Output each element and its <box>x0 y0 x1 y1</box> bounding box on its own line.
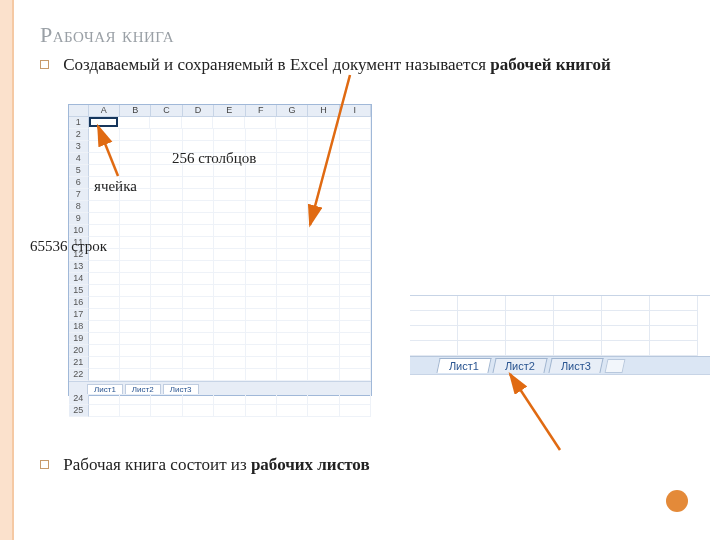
cell[interactable] <box>340 369 371 381</box>
row-header[interactable]: 9 <box>69 213 89 225</box>
cell[interactable] <box>89 297 120 309</box>
cell[interactable] <box>89 357 120 369</box>
cell[interactable] <box>89 345 120 357</box>
cell[interactable] <box>151 249 182 261</box>
cell[interactable] <box>340 273 371 285</box>
cell[interactable] <box>183 201 214 213</box>
col-header[interactable]: D <box>183 105 214 117</box>
select-all-corner[interactable] <box>69 105 89 117</box>
cell[interactable] <box>340 333 371 345</box>
cell[interactable] <box>277 129 308 141</box>
cell[interactable] <box>183 177 214 189</box>
cell[interactable] <box>308 321 339 333</box>
cell[interactable] <box>214 333 245 345</box>
sheet-tab[interactable]: Лист1 <box>87 384 123 394</box>
cell[interactable] <box>151 225 182 237</box>
cell[interactable] <box>340 129 371 141</box>
col-header[interactable]: G <box>277 105 308 117</box>
cell[interactable] <box>277 321 308 333</box>
cell[interactable] <box>308 249 339 261</box>
cell[interactable] <box>151 129 182 141</box>
row-header[interactable]: 18 <box>69 321 89 333</box>
col-header[interactable]: C <box>151 105 182 117</box>
cell[interactable] <box>308 285 339 297</box>
cell[interactable] <box>120 345 151 357</box>
cell[interactable] <box>120 357 151 369</box>
cell[interactable] <box>246 297 277 309</box>
row-header[interactable]: 15 <box>69 285 89 297</box>
cell[interactable] <box>183 129 214 141</box>
cell[interactable] <box>340 237 371 249</box>
cell[interactable] <box>339 117 371 129</box>
cell[interactable] <box>214 357 245 369</box>
cell[interactable] <box>214 273 245 285</box>
cell[interactable] <box>214 309 245 321</box>
col-header[interactable]: F <box>246 105 277 117</box>
cell[interactable] <box>89 285 120 297</box>
cell[interactable] <box>308 153 339 165</box>
cell[interactable] <box>308 273 339 285</box>
cell[interactable] <box>277 225 308 237</box>
cell[interactable] <box>214 249 245 261</box>
cell[interactable] <box>277 153 308 165</box>
cell[interactable] <box>120 309 151 321</box>
cell[interactable] <box>308 189 339 201</box>
cell[interactable] <box>183 273 214 285</box>
cell[interactable] <box>246 129 277 141</box>
row-header[interactable]: 25 <box>69 405 89 417</box>
cell[interactable] <box>214 237 245 249</box>
cell[interactable] <box>340 321 371 333</box>
cell[interactable] <box>120 153 151 165</box>
cell[interactable] <box>277 309 308 321</box>
sheet-tab[interactable]: Лист2 <box>492 358 547 373</box>
cell[interactable] <box>120 321 151 333</box>
row-header[interactable]: 8 <box>69 201 89 213</box>
cell[interactable] <box>340 141 371 153</box>
cell[interactable] <box>151 357 182 369</box>
cell[interactable] <box>151 369 182 381</box>
cell[interactable] <box>183 357 214 369</box>
cell[interactable] <box>340 285 371 297</box>
cell[interactable] <box>151 213 182 225</box>
cell[interactable] <box>246 405 277 417</box>
cell[interactable] <box>183 213 214 225</box>
cell[interactable] <box>214 345 245 357</box>
sheet-tab[interactable]: Лист1 <box>436 358 491 373</box>
cell[interactable] <box>151 345 182 357</box>
cell[interactable] <box>151 405 182 417</box>
cell[interactable] <box>213 117 245 129</box>
cell[interactable] <box>308 165 339 177</box>
cell[interactable] <box>277 177 308 189</box>
cell[interactable] <box>151 321 182 333</box>
cell[interactable] <box>150 117 182 129</box>
cell[interactable] <box>89 225 120 237</box>
cell[interactable] <box>151 297 182 309</box>
cell[interactable] <box>308 201 339 213</box>
cell[interactable] <box>151 201 182 213</box>
cell[interactable] <box>183 321 214 333</box>
cell[interactable] <box>89 309 120 321</box>
cell[interactable] <box>120 285 151 297</box>
cell[interactable] <box>246 333 277 345</box>
cell[interactable] <box>308 177 339 189</box>
cell[interactable] <box>246 309 277 321</box>
cell[interactable] <box>214 201 245 213</box>
cell[interactable] <box>183 261 214 273</box>
cell[interactable] <box>183 285 214 297</box>
row-header[interactable]: 13 <box>69 261 89 273</box>
row-header[interactable]: 10 <box>69 225 89 237</box>
cell[interactable] <box>120 333 151 345</box>
cell[interactable] <box>89 273 120 285</box>
cell[interactable] <box>340 153 371 165</box>
cell[interactable] <box>308 117 340 129</box>
cell[interactable] <box>308 345 339 357</box>
cell[interactable] <box>340 297 371 309</box>
cell[interactable] <box>151 177 182 189</box>
cell[interactable] <box>246 285 277 297</box>
cell[interactable] <box>277 165 308 177</box>
cell[interactable] <box>118 117 150 129</box>
cell[interactable] <box>246 189 277 201</box>
cell[interactable] <box>89 333 120 345</box>
row-header[interactable]: 3 <box>69 141 89 153</box>
col-header[interactable]: I <box>340 105 371 117</box>
